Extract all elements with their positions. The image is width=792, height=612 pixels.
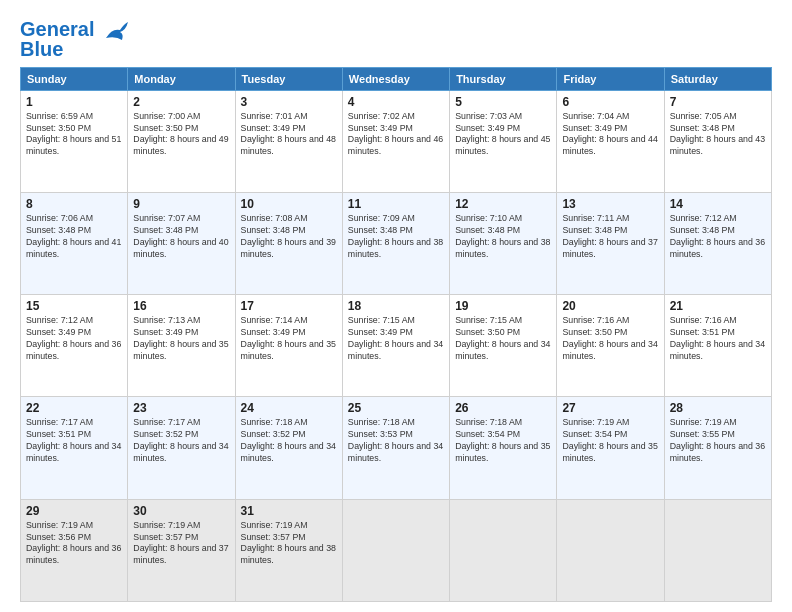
day-number: 21	[670, 299, 766, 313]
calendar-cell: 9 Sunrise: 7:07 AMSunset: 3:48 PMDayligh…	[128, 192, 235, 294]
calendar-cell: 23 Sunrise: 7:17 AMSunset: 3:52 PMDaylig…	[128, 397, 235, 499]
calendar-cell: 25 Sunrise: 7:18 AMSunset: 3:53 PMDaylig…	[342, 397, 449, 499]
calendar-cell: 10 Sunrise: 7:08 AMSunset: 3:48 PMDaylig…	[235, 192, 342, 294]
day-info: Sunrise: 7:17 AMSunset: 3:52 PMDaylight:…	[133, 417, 229, 465]
day-info: Sunrise: 7:07 AMSunset: 3:48 PMDaylight:…	[133, 213, 229, 261]
calendar-cell	[664, 499, 771, 601]
day-number: 13	[562, 197, 658, 211]
calendar-cell: 14 Sunrise: 7:12 AMSunset: 3:48 PMDaylig…	[664, 192, 771, 294]
day-info: Sunrise: 7:16 AMSunset: 3:50 PMDaylight:…	[562, 315, 658, 363]
logo-bird-icon	[102, 20, 130, 42]
day-number: 22	[26, 401, 122, 415]
day-info: Sunrise: 7:02 AMSunset: 3:49 PMDaylight:…	[348, 111, 444, 159]
calendar-cell: 6 Sunrise: 7:04 AMSunset: 3:49 PMDayligh…	[557, 90, 664, 192]
calendar-cell: 3 Sunrise: 7:01 AMSunset: 3:49 PMDayligh…	[235, 90, 342, 192]
day-info: Sunrise: 7:04 AMSunset: 3:49 PMDaylight:…	[562, 111, 658, 159]
calendar-cell: 21 Sunrise: 7:16 AMSunset: 3:51 PMDaylig…	[664, 295, 771, 397]
day-info: Sunrise: 7:18 AMSunset: 3:54 PMDaylight:…	[455, 417, 551, 465]
calendar-cell: 18 Sunrise: 7:15 AMSunset: 3:49 PMDaylig…	[342, 295, 449, 397]
calendar-cell: 4 Sunrise: 7:02 AMSunset: 3:49 PMDayligh…	[342, 90, 449, 192]
day-number: 18	[348, 299, 444, 313]
day-number: 31	[241, 504, 337, 518]
day-info: Sunrise: 7:10 AMSunset: 3:48 PMDaylight:…	[455, 213, 551, 261]
calendar-cell: 28 Sunrise: 7:19 AMSunset: 3:55 PMDaylig…	[664, 397, 771, 499]
day-number: 8	[26, 197, 122, 211]
calendar-header-friday: Friday	[557, 67, 664, 90]
day-info: Sunrise: 7:13 AMSunset: 3:49 PMDaylight:…	[133, 315, 229, 363]
day-number: 19	[455, 299, 551, 313]
calendar-cell: 13 Sunrise: 7:11 AMSunset: 3:48 PMDaylig…	[557, 192, 664, 294]
day-info: Sunrise: 7:00 AMSunset: 3:50 PMDaylight:…	[133, 111, 229, 159]
calendar-cell: 12 Sunrise: 7:10 AMSunset: 3:48 PMDaylig…	[450, 192, 557, 294]
calendar-cell: 15 Sunrise: 7:12 AMSunset: 3:49 PMDaylig…	[21, 295, 128, 397]
calendar-cell	[450, 499, 557, 601]
day-info: Sunrise: 7:17 AMSunset: 3:51 PMDaylight:…	[26, 417, 122, 465]
day-info: Sunrise: 7:18 AMSunset: 3:52 PMDaylight:…	[241, 417, 337, 465]
calendar-week-row: 22 Sunrise: 7:17 AMSunset: 3:51 PMDaylig…	[21, 397, 772, 499]
day-info: Sunrise: 7:12 AMSunset: 3:48 PMDaylight:…	[670, 213, 766, 261]
logo-general: General	[20, 18, 94, 40]
calendar-header-sunday: Sunday	[21, 67, 128, 90]
day-info: Sunrise: 7:18 AMSunset: 3:53 PMDaylight:…	[348, 417, 444, 465]
day-number: 27	[562, 401, 658, 415]
day-number: 3	[241, 95, 337, 109]
calendar-header-thursday: Thursday	[450, 67, 557, 90]
day-info: Sunrise: 7:05 AMSunset: 3:48 PMDaylight:…	[670, 111, 766, 159]
calendar-cell: 17 Sunrise: 7:14 AMSunset: 3:49 PMDaylig…	[235, 295, 342, 397]
day-info: Sunrise: 6:59 AMSunset: 3:50 PMDaylight:…	[26, 111, 122, 159]
day-number: 23	[133, 401, 229, 415]
day-number: 11	[348, 197, 444, 211]
day-info: Sunrise: 7:14 AMSunset: 3:49 PMDaylight:…	[241, 315, 337, 363]
calendar-cell: 30 Sunrise: 7:19 AMSunset: 3:57 PMDaylig…	[128, 499, 235, 601]
day-number: 14	[670, 197, 766, 211]
calendar-week-row: 29 Sunrise: 7:19 AMSunset: 3:56 PMDaylig…	[21, 499, 772, 601]
day-number: 20	[562, 299, 658, 313]
day-number: 29	[26, 504, 122, 518]
day-number: 12	[455, 197, 551, 211]
day-info: Sunrise: 7:09 AMSunset: 3:48 PMDaylight:…	[348, 213, 444, 261]
day-number: 26	[455, 401, 551, 415]
day-info: Sunrise: 7:19 AMSunset: 3:57 PMDaylight:…	[133, 520, 229, 568]
calendar-cell	[557, 499, 664, 601]
day-info: Sunrise: 7:12 AMSunset: 3:49 PMDaylight:…	[26, 315, 122, 363]
calendar-cell: 5 Sunrise: 7:03 AMSunset: 3:49 PMDayligh…	[450, 90, 557, 192]
day-number: 24	[241, 401, 337, 415]
day-number: 16	[133, 299, 229, 313]
day-info: Sunrise: 7:06 AMSunset: 3:48 PMDaylight:…	[26, 213, 122, 261]
calendar-header-saturday: Saturday	[664, 67, 771, 90]
day-info: Sunrise: 7:19 AMSunset: 3:57 PMDaylight:…	[241, 520, 337, 568]
calendar-cell	[342, 499, 449, 601]
calendar-week-row: 1 Sunrise: 6:59 AMSunset: 3:50 PMDayligh…	[21, 90, 772, 192]
day-number: 28	[670, 401, 766, 415]
day-info: Sunrise: 7:19 AMSunset: 3:56 PMDaylight:…	[26, 520, 122, 568]
day-info: Sunrise: 7:16 AMSunset: 3:51 PMDaylight:…	[670, 315, 766, 363]
day-info: Sunrise: 7:08 AMSunset: 3:48 PMDaylight:…	[241, 213, 337, 261]
day-number: 1	[26, 95, 122, 109]
day-info: Sunrise: 7:11 AMSunset: 3:48 PMDaylight:…	[562, 213, 658, 261]
calendar-week-row: 8 Sunrise: 7:06 AMSunset: 3:48 PMDayligh…	[21, 192, 772, 294]
calendar-cell: 8 Sunrise: 7:06 AMSunset: 3:48 PMDayligh…	[21, 192, 128, 294]
calendar-header-wednesday: Wednesday	[342, 67, 449, 90]
calendar-cell: 27 Sunrise: 7:19 AMSunset: 3:54 PMDaylig…	[557, 397, 664, 499]
calendar-cell: 26 Sunrise: 7:18 AMSunset: 3:54 PMDaylig…	[450, 397, 557, 499]
day-info: Sunrise: 7:19 AMSunset: 3:54 PMDaylight:…	[562, 417, 658, 465]
calendar-week-row: 15 Sunrise: 7:12 AMSunset: 3:49 PMDaylig…	[21, 295, 772, 397]
logo-blue: Blue	[20, 38, 63, 61]
page: General Blue SundayMondayTuesdayWednesda…	[0, 0, 792, 612]
day-number: 5	[455, 95, 551, 109]
calendar-header-tuesday: Tuesday	[235, 67, 342, 90]
day-number: 17	[241, 299, 337, 313]
day-info: Sunrise: 7:03 AMSunset: 3:49 PMDaylight:…	[455, 111, 551, 159]
calendar-cell: 7 Sunrise: 7:05 AMSunset: 3:48 PMDayligh…	[664, 90, 771, 192]
day-number: 9	[133, 197, 229, 211]
day-number: 10	[241, 197, 337, 211]
day-number: 7	[670, 95, 766, 109]
calendar-cell: 20 Sunrise: 7:16 AMSunset: 3:50 PMDaylig…	[557, 295, 664, 397]
calendar-header-monday: Monday	[128, 67, 235, 90]
header: General Blue	[20, 18, 772, 61]
calendar-cell: 16 Sunrise: 7:13 AMSunset: 3:49 PMDaylig…	[128, 295, 235, 397]
day-info: Sunrise: 7:01 AMSunset: 3:49 PMDaylight:…	[241, 111, 337, 159]
calendar-table: SundayMondayTuesdayWednesdayThursdayFrid…	[20, 67, 772, 602]
day-info: Sunrise: 7:15 AMSunset: 3:49 PMDaylight:…	[348, 315, 444, 363]
calendar-cell: 22 Sunrise: 7:17 AMSunset: 3:51 PMDaylig…	[21, 397, 128, 499]
